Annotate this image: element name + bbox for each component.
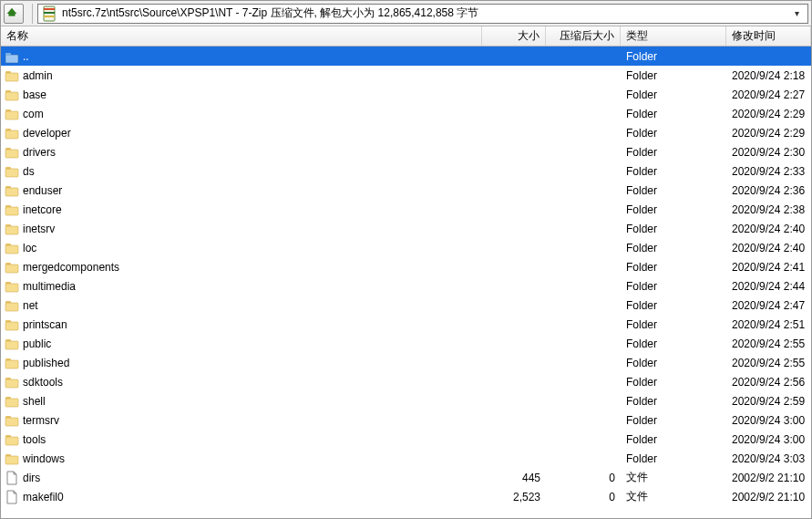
- item-name: enduser: [23, 184, 62, 197]
- list-item[interactable]: developerFolder2020/9/24 2:29: [1, 123, 811, 142]
- item-name: com: [23, 108, 44, 120]
- cell-name: termsrv: [5, 413, 482, 428]
- item-name: public: [23, 337, 51, 350]
- cell-name: admin: [5, 68, 482, 83]
- list-item[interactable]: publicFolder2020/9/24 2:55: [1, 334, 811, 353]
- cell-type: Folder: [621, 88, 726, 101]
- cell-modified: 2020/9/24 2:40: [726, 242, 811, 254]
- item-name: multimedia: [23, 280, 76, 293]
- up-button[interactable]: [4, 4, 24, 24]
- cell-name: ..: [5, 49, 482, 64]
- cell-modified: 2020/9/24 2:47: [726, 299, 811, 312]
- cell-name: ds: [5, 164, 482, 179]
- path-dropdown-icon[interactable]: ▾: [789, 8, 804, 18]
- cell-type: Folder: [621, 337, 726, 350]
- cell-type: Folder: [621, 318, 726, 331]
- parent-row[interactable]: ..Folder: [1, 47, 811, 66]
- cell-type: 文件: [621, 489, 726, 504]
- cell-modified: 2020/9/24 2:40: [726, 223, 811, 235]
- file-list[interactable]: ..FolderadminFolder2020/9/24 2:18baseFol…: [1, 47, 811, 518]
- cell-type: Folder: [621, 452, 726, 465]
- cell-modified: 2020/9/24 3:00: [726, 433, 811, 446]
- folder-icon: [5, 126, 19, 140]
- header-name[interactable]: 名称: [1, 26, 482, 46]
- list-item[interactable]: inetcoreFolder2020/9/24 2:38: [1, 200, 811, 219]
- folder-icon: [5, 394, 19, 409]
- list-item[interactable]: mergedcomponentsFolder2020/9/24 2:41: [1, 257, 811, 276]
- cell-packed: 0: [546, 491, 621, 503]
- cell-type: Folder: [621, 184, 726, 197]
- list-item[interactable]: publishedFolder2020/9/24 2:55: [1, 353, 811, 372]
- item-name: net: [23, 299, 38, 312]
- list-item[interactable]: adminFolder2020/9/24 2:18: [1, 66, 811, 85]
- cell-modified: 2020/9/24 2:44: [726, 280, 811, 293]
- folder-icon: [5, 356, 19, 370]
- cell-name: drivers: [5, 145, 482, 160]
- header-packed[interactable]: 压缩后大小: [546, 26, 621, 46]
- path-box[interactable]: nt5src.7z\nt5src\Source\XPSP1\NT - 7-Zip…: [37, 4, 808, 24]
- folder-icon: [5, 279, 19, 294]
- item-name: windows: [23, 452, 65, 465]
- list-item[interactable]: inetsrvFolder2020/9/24 2:40: [1, 219, 811, 238]
- list-item[interactable]: comFolder2020/9/24 2:29: [1, 104, 811, 123]
- list-item[interactable]: dirs4450文件2002/9/2 21:10: [1, 468, 811, 487]
- header-modified[interactable]: 修改时间: [726, 26, 811, 46]
- cell-modified: 2020/9/24 2:55: [726, 357, 811, 369]
- header-type[interactable]: 类型: [621, 26, 726, 46]
- cell-type: Folder: [621, 261, 726, 274]
- list-item[interactable]: windowsFolder2020/9/24 3:03: [1, 449, 811, 468]
- cell-modified: 2020/9/24 2:18: [726, 69, 811, 82]
- cell-modified: 2002/9/2 21:10: [726, 491, 811, 503]
- item-name: base: [23, 88, 46, 101]
- item-name: termsrv: [23, 414, 59, 427]
- list-item[interactable]: baseFolder2020/9/24 2:27: [1, 85, 811, 104]
- folder-icon: [5, 432, 19, 447]
- cell-name: com: [5, 107, 482, 121]
- item-name: mergedcomponents: [23, 261, 119, 274]
- cell-modified: 2020/9/24 3:03: [726, 452, 811, 465]
- cell-modified: 2020/9/24 2:29: [726, 127, 811, 140]
- item-name: inetcore: [23, 203, 62, 216]
- cell-type: Folder: [621, 395, 726, 408]
- item-name: sdktools: [23, 376, 63, 389]
- cell-name: public: [5, 337, 482, 351]
- folder-icon: [5, 222, 19, 236]
- list-item[interactable]: sdktoolsFolder2020/9/24 2:56: [1, 372, 811, 391]
- folder-icon: [5, 260, 19, 275]
- cell-type: 文件: [621, 470, 726, 485]
- up-arrow-icon: [5, 6, 19, 21]
- cell-modified: 2020/9/24 2:56: [726, 376, 811, 389]
- list-item[interactable]: driversFolder2020/9/24 2:30: [1, 142, 811, 161]
- folder-icon: [5, 337, 19, 351]
- folder-icon: [5, 107, 19, 121]
- item-name: published: [23, 357, 69, 369]
- header-size[interactable]: 大小: [482, 26, 546, 46]
- list-item[interactable]: dsFolder2020/9/24 2:33: [1, 161, 811, 181]
- cell-modified: 2020/9/24 2:59: [726, 395, 811, 408]
- cell-size: 445: [482, 472, 546, 484]
- list-item[interactable]: toolsFolder2020/9/24 3:00: [1, 430, 811, 449]
- item-name: dirs: [23, 472, 40, 484]
- list-item[interactable]: locFolder2020/9/24 2:40: [1, 238, 811, 257]
- cell-modified: 2020/9/24 2:51: [726, 318, 811, 331]
- cell-type: Folder: [621, 203, 726, 216]
- cell-type: Folder: [621, 165, 726, 178]
- list-item[interactable]: multimediaFolder2020/9/24 2:44: [1, 276, 811, 296]
- list-item[interactable]: makefil02,5230文件2002/9/2 21:10: [1, 487, 811, 506]
- cell-name: sdktools: [5, 375, 482, 389]
- list-item[interactable]: shellFolder2020/9/24 2:59: [1, 391, 811, 410]
- archive-icon: [42, 5, 58, 22]
- cell-type: Folder: [621, 357, 726, 369]
- cell-type: Folder: [621, 69, 726, 82]
- list-item[interactable]: netFolder2020/9/24 2:47: [1, 296, 811, 315]
- item-name: admin: [23, 69, 53, 82]
- cell-name: inetsrv: [5, 222, 482, 236]
- cell-name: enduser: [5, 183, 482, 198]
- cell-type: Folder: [621, 127, 726, 140]
- list-item[interactable]: enduserFolder2020/9/24 2:36: [1, 181, 811, 200]
- cell-packed: 0: [546, 472, 621, 484]
- list-item[interactable]: termsrvFolder2020/9/24 3:00: [1, 410, 811, 430]
- cell-type: Folder: [621, 280, 726, 293]
- list-item[interactable]: printscanFolder2020/9/24 2:51: [1, 315, 811, 334]
- item-name: loc: [23, 242, 36, 254]
